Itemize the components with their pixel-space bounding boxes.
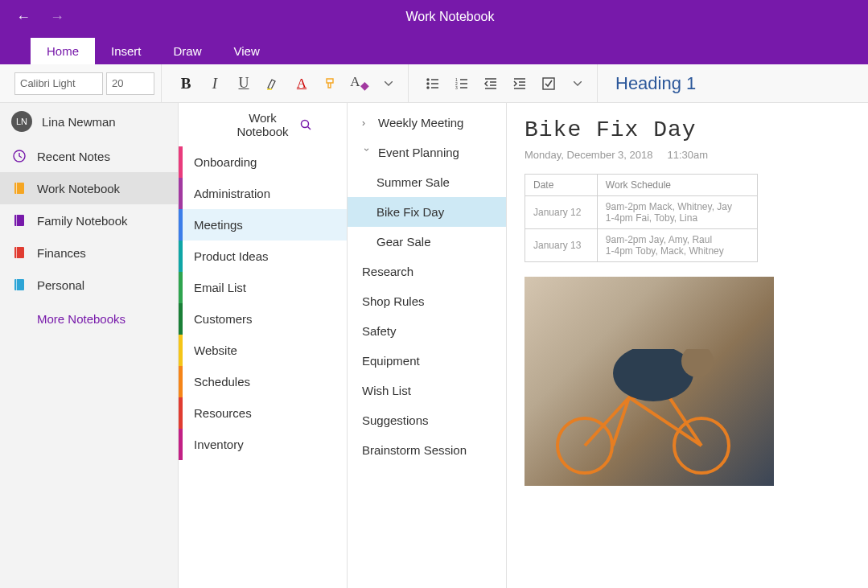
schedule-table[interactable]: Date Work Schedule January 12 9am-2pm Ma… <box>525 174 758 262</box>
highlight-button[interactable] <box>260 71 286 97</box>
page-item-5[interactable]: Research <box>348 257 506 286</box>
font-size-select[interactable]: 20 <box>106 72 154 95</box>
sidebar-label: Work Notebook <box>37 182 120 195</box>
title-bar: ← → Work Notebook <box>0 0 868 34</box>
chevron-down-icon: › <box>361 148 372 158</box>
svg-point-31 <box>301 121 308 128</box>
svg-rect-24 <box>16 183 17 194</box>
section-item-9[interactable]: Inventory <box>179 429 347 460</box>
numbered-list-button[interactable]: 123 <box>449 71 475 97</box>
sidebar-item-notebook-0[interactable]: Work Notebook <box>0 172 178 204</box>
section-item-2[interactable]: Meetings <box>179 209 347 241</box>
back-arrow-icon[interactable]: ← <box>16 9 31 26</box>
page-item-10[interactable]: Suggestions <box>348 405 506 435</box>
page-item-4[interactable]: Gear Sale <box>348 227 506 257</box>
svg-point-3 <box>427 83 429 84</box>
page-group-0[interactable]: › Weekly Meeting <box>348 108 506 138</box>
page-item-11[interactable]: Brainstorm Session <box>348 435 506 465</box>
italic-button[interactable]: I <box>202 71 228 97</box>
page-item-7[interactable]: Safety <box>348 316 506 346</box>
page-date: Monday, December 3, 2018 <box>525 149 652 161</box>
page-item-9[interactable]: Wish List <box>348 376 506 405</box>
page-group-1[interactable]: › Event Planning <box>348 138 506 167</box>
table-row: January 12 9am-2pm Mack, Whitney, Jay 1-… <box>525 196 758 229</box>
more-notebooks-link[interactable]: More Notebooks <box>0 301 178 337</box>
svg-rect-28 <box>16 247 17 258</box>
page-label: Weekly Meeting <box>378 116 463 130</box>
page-item-3[interactable]: Bike Fix Day <box>348 197 506 227</box>
page-title[interactable]: Bike Fix Day <box>525 117 850 142</box>
section-item-4[interactable]: Email List <box>179 272 347 303</box>
svg-line-32 <box>307 127 311 130</box>
page-item-2[interactable]: Summer Sale <box>348 167 506 197</box>
svg-rect-26 <box>16 215 17 226</box>
table-cell[interactable]: 9am-2pm Jay, Amy, Raul 1-4pm Toby, Mack,… <box>597 229 757 262</box>
section-item-5[interactable]: Customers <box>179 303 347 335</box>
sections-column: Work Notebook Onboarding Administration … <box>179 103 348 588</box>
sidebar-label: Finances <box>37 246 86 260</box>
page-content[interactable]: Bike Fix Day Monday, December 3, 2018 11… <box>507 103 868 588</box>
user-name: Lina Newman <box>42 115 116 129</box>
tab-home[interactable]: Home <box>31 38 95 64</box>
format-painter-button[interactable] <box>318 71 343 97</box>
sidebar-item-notebook-1[interactable]: Family Notebook <box>0 204 178 236</box>
decrease-indent-button[interactable] <box>478 71 504 97</box>
table-cell[interactable]: January 12 <box>525 196 598 229</box>
bullet-list-button[interactable] <box>420 71 446 97</box>
clear-formatting-button[interactable]: A◆ <box>347 71 372 97</box>
font-name-select[interactable]: Calibri Light <box>14 72 103 95</box>
page-label: Event Planning <box>378 146 459 159</box>
section-item-6[interactable]: Website <box>179 335 347 366</box>
notebook-title: Work Notebook <box>225 111 300 138</box>
tab-draw[interactable]: Draw <box>158 38 218 64</box>
bold-button[interactable]: B <box>173 71 199 97</box>
font-color-button[interactable]: A <box>289 71 315 97</box>
section-item-8[interactable]: Resources <box>179 397 347 429</box>
svg-rect-29 <box>14 279 24 290</box>
section-item-3[interactable]: Product Ideas <box>179 241 347 272</box>
table-cell[interactable]: January 13 <box>525 229 598 262</box>
avatar: LN <box>11 111 32 132</box>
notebook-icon <box>11 245 27 261</box>
heading-style-select[interactable]: Heading 1 <box>603 73 696 94</box>
sidebar-item-notebook-2[interactable]: Finances <box>0 236 178 269</box>
more-paragraph-dropdown[interactable] <box>565 71 590 97</box>
section-item-0[interactable]: Onboarding <box>179 146 347 178</box>
section-item-1[interactable]: Administration <box>179 178 347 209</box>
more-formatting-dropdown[interactable] <box>376 71 401 97</box>
svg-rect-21 <box>543 78 554 89</box>
ribbon-toolbar: Calibri Light 20 B I U A A◆ <box>0 64 868 103</box>
underline-button[interactable]: U <box>231 71 257 97</box>
page-item-6[interactable]: Shop Rules <box>348 286 506 316</box>
svg-rect-0 <box>267 88 272 90</box>
chevron-right-icon: › <box>362 117 372 129</box>
notebook-header: Work Notebook <box>179 103 347 146</box>
notebook-icon <box>11 180 27 196</box>
app-title: Work Notebook <box>80 10 868 24</box>
table-cell[interactable]: 9am-2pm Mack, Whitney, Jay 1-4pm Fai, To… <box>597 196 757 229</box>
forward-arrow-icon[interactable]: → <box>50 9 64 26</box>
sidebar-item-notebook-3[interactable]: Personal <box>0 269 178 301</box>
tab-view[interactable]: View <box>218 38 276 64</box>
search-icon[interactable] <box>300 119 337 130</box>
user-account-row[interactable]: LN Lina Newman <box>0 103 178 140</box>
section-item-7[interactable]: Schedules <box>179 366 347 397</box>
embedded-image[interactable] <box>525 277 774 486</box>
notebooks-sidebar: LN Lina Newman Recent Notes Work Noteboo… <box>0 103 179 588</box>
svg-rect-30 <box>16 279 17 290</box>
svg-point-35 <box>613 349 693 401</box>
sidebar-item-recent[interactable]: Recent Notes <box>0 140 178 172</box>
notebook-icon <box>11 277 27 293</box>
ribbon-tabs: Home Insert Draw View <box>0 34 868 64</box>
svg-point-1 <box>427 79 429 80</box>
increase-indent-button[interactable] <box>507 71 533 97</box>
svg-rect-27 <box>14 247 24 258</box>
page-time: 11:30am <box>668 149 709 161</box>
svg-rect-25 <box>14 215 24 226</box>
sidebar-label: Personal <box>37 278 84 292</box>
svg-rect-23 <box>14 183 24 194</box>
todo-checkbox-button[interactable] <box>536 71 562 97</box>
tab-insert[interactable]: Insert <box>95 38 158 64</box>
page-meta: Monday, December 3, 2018 11:30am <box>525 149 850 161</box>
page-item-8[interactable]: Equipment <box>348 346 506 376</box>
